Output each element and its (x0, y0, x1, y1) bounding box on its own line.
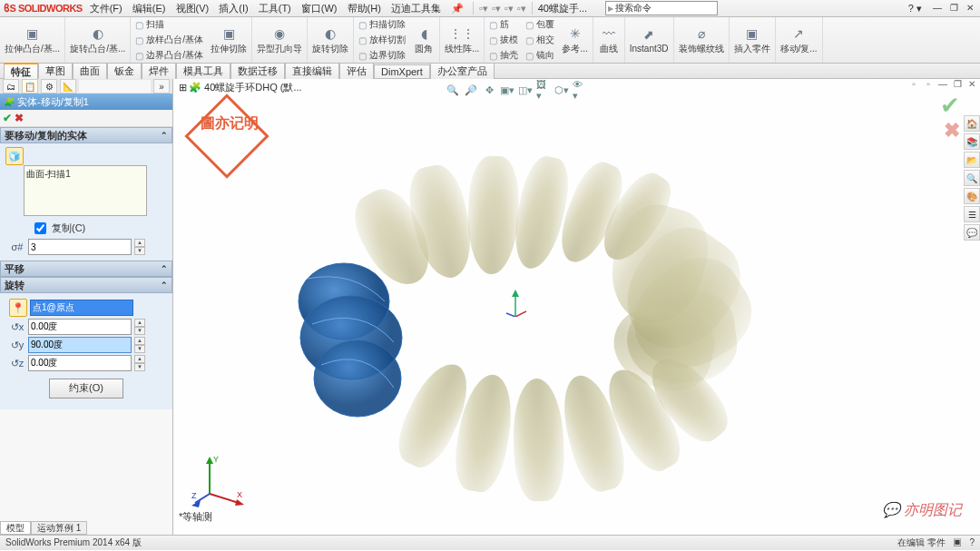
qat-new-icon[interactable]: ▫▾ (479, 3, 488, 15)
rb-cosmthread[interactable]: ⌀装饰螺纹线 (674, 17, 730, 63)
pm-section-bodies[interactable]: 要移动/复制的实体 (0, 127, 172, 143)
rb-fillet[interactable]: ◖圆角 (408, 17, 440, 63)
tab-features[interactable]: 特征 (4, 63, 38, 80)
child-x-icon[interactable]: ✕ (965, 79, 978, 90)
angle-y-input[interactable] (28, 337, 132, 353)
pm-cancel-icon[interactable]: ✖ (15, 112, 24, 124)
rb-curves[interactable]: 〰曲线 (593, 17, 625, 63)
menu-help[interactable]: 帮助(H) (344, 3, 385, 14)
body-select-list[interactable]: 曲面-扫描1 (24, 165, 147, 216)
tab-dimxpert[interactable]: DimXpert (374, 64, 430, 78)
qat-save-icon[interactable]: ▫▾ (505, 3, 514, 15)
graphics-viewport[interactable]: ▫ ▫ — ❐ ✕ 🧩 40螺旋手环DHQ (默... 🔍 🔎 ✥ ▣▾ ◫▾ … (173, 79, 980, 535)
tab-model[interactable]: 模型 (0, 521, 31, 535)
fm-tab-more-icon[interactable]: » (153, 79, 170, 93)
constraint-button[interactable]: 约束(O) (49, 379, 123, 398)
tab-moldtools[interactable]: 模具工具 (176, 63, 230, 79)
angle-x-input[interactable] (28, 319, 132, 335)
rb-holewiz[interactable]: ◉异型孔向导 (252, 17, 308, 63)
tp-lib-icon[interactable]: 📚 (964, 133, 980, 150)
rb-draft[interactable]: 拔模 (486, 33, 521, 47)
tab-directedit[interactable]: 直接编辑 (285, 63, 339, 79)
count-spinner[interactable]: ▲▼ (134, 239, 145, 255)
confirm-cancel-icon[interactable]: ✖ (944, 119, 960, 143)
rb-loftcut[interactable]: 放样切割 (356, 33, 408, 47)
vt-zoom-icon[interactable]: 🔍 (446, 83, 460, 97)
fm-tab-config-icon[interactable]: ⚙ (41, 79, 57, 93)
pm-section-translate[interactable]: 平移 (0, 261, 172, 277)
tab-motion[interactable]: 运动算例 1 (31, 521, 87, 535)
menu-maidi[interactable]: 迈迪工具集 (387, 3, 445, 14)
rb-revcut[interactable]: ◐旋转切除 (308, 17, 354, 63)
tab-surface[interactable]: 曲面 (73, 63, 107, 79)
rb-instant3d[interactable]: ⬈Instant3D (625, 17, 674, 63)
pin-icon[interactable]: 📌 (447, 3, 467, 14)
rotate-origin-input[interactable] (30, 300, 133, 316)
triad-manip[interactable] (505, 290, 526, 317)
angle-z-spinner[interactable]: ▲▼ (134, 355, 145, 371)
rb-extrude[interactable]: ▣拉伸凸台/基... (0, 17, 65, 63)
fm-tab-tree-icon[interactable]: 🗂 (3, 79, 19, 93)
rb-mirror[interactable]: 镜向 (523, 48, 557, 63)
vt-scene-icon[interactable]: 🖼▾ (536, 83, 551, 97)
rb-rib[interactable]: 筋 (486, 17, 521, 32)
menu-insert[interactable]: 插入(I) (215, 3, 251, 14)
tab-office[interactable]: 办公室产品 (430, 63, 495, 79)
tp-forum-icon[interactable]: 💬 (964, 224, 980, 241)
menu-window[interactable]: 窗口(W) (298, 3, 341, 14)
tp-view-icon[interactable]: 🔍 (964, 170, 980, 186)
qat-print-icon[interactable]: ▫▾ (517, 3, 526, 15)
count-input[interactable] (28, 239, 132, 255)
vt-section-icon[interactable]: ◫▾ (518, 83, 533, 97)
rb-sweep[interactable]: 扫描 (132, 17, 206, 32)
tab-sheetmetal[interactable]: 钣金 (107, 63, 142, 79)
doc-tree-root[interactable]: 🧩 40螺旋手环DHQ (默... (179, 81, 302, 94)
minimize-icon[interactable]: — (931, 3, 944, 14)
pm-ok-icon[interactable]: ✔ (3, 112, 12, 124)
vt-orient-icon[interactable]: ✥ (482, 83, 496, 97)
pm-section-rotate[interactable]: 旋转 (0, 277, 172, 293)
close-icon[interactable]: ✕ (964, 3, 976, 14)
angle-y-spinner[interactable]: ▲▼ (134, 337, 145, 353)
menu-file[interactable]: 文件(F) (86, 3, 126, 14)
vt-display-icon[interactable]: ▣▾ (500, 83, 514, 97)
rb-loft[interactable]: 放样凸台/基体 (132, 33, 206, 47)
vt-render-icon[interactable]: ⬡▾ (554, 83, 569, 97)
fm-tab-prop-icon[interactable]: 📐 (60, 79, 76, 93)
rb-pattern[interactable]: ⋮⋮线性阵... (440, 17, 485, 63)
tp-appear-icon[interactable]: 🎨 (964, 188, 980, 204)
tp-prop-icon[interactable]: ☰ (964, 206, 980, 222)
rb-revolve[interactable]: ◐旋转凸台/基... (65, 17, 131, 63)
rb-insertpart[interactable]: ▣插入零件 (730, 17, 776, 63)
body-select-icon[interactable]: 🧊 (5, 147, 24, 165)
menu-view[interactable]: 视图(V) (172, 3, 213, 14)
rb-shell[interactable]: 抽壳 (486, 48, 521, 63)
qat-open-icon[interactable]: ▫▾ (492, 3, 501, 15)
tab-weldment[interactable]: 焊件 (142, 63, 176, 79)
menu-tools[interactable]: 工具(T) (255, 3, 295, 14)
tp-home-icon[interactable]: 🏠 (964, 115, 980, 132)
rotate-origin-icon[interactable]: 📍 (9, 299, 27, 317)
rb-movecopy[interactable]: ↗移动/复... (776, 17, 823, 63)
tab-evaluate[interactable]: 评估 (339, 63, 374, 79)
rb-sweepcut[interactable]: 扫描切除 (356, 17, 408, 32)
tab-datamig[interactable]: 数据迁移 (230, 63, 285, 79)
rb-refgeom[interactable]: ✳参考... (557, 17, 593, 63)
tab-sketch[interactable]: 草图 (38, 63, 73, 79)
rb-intersect[interactable]: 相交 (523, 33, 557, 47)
rb-wrap[interactable]: 包覆 (523, 17, 557, 32)
vt-hide-icon[interactable]: 👁▾ (573, 83, 587, 97)
help-icon[interactable]: ? ▾ (908, 3, 922, 15)
rb-boundary[interactable]: 边界凸台/基体 (132, 48, 206, 63)
angle-x-spinner[interactable]: ▲▼ (134, 319, 145, 335)
angle-z-input[interactable] (28, 355, 132, 371)
maximize-icon[interactable]: ❐ (947, 3, 960, 14)
fm-tab-pm-icon[interactable]: 📋 (22, 79, 38, 93)
child-min-icon[interactable]: ▫ (907, 79, 920, 90)
vt-zoomfit-icon[interactable]: 🔎 (464, 83, 478, 97)
search-input[interactable]: 搜索命令 (605, 1, 718, 15)
rb-extrudecut[interactable]: ▣拉伸切除 (206, 17, 252, 63)
menu-edit[interactable]: 编辑(E) (129, 3, 170, 14)
rb-boundcut[interactable]: 边界切除 (356, 48, 408, 63)
child-close-icon[interactable]: — (936, 79, 949, 90)
